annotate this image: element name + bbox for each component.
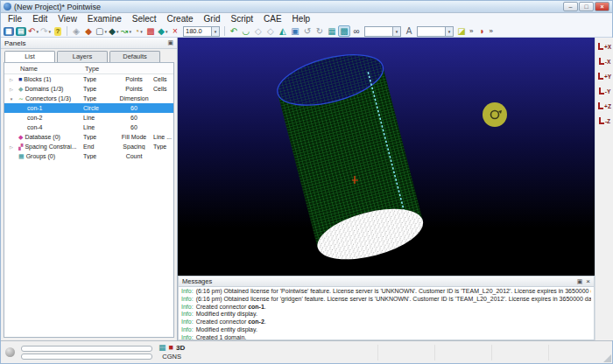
toolbar-overflow-button[interactable]: » xyxy=(487,27,494,35)
expand-collapsed-icon[interactable]: ▷ xyxy=(4,144,18,150)
toolbar-extrude-button[interactable]: ◭ xyxy=(277,25,289,37)
toolbar-spacing-2-combo[interactable]: ▾ xyxy=(417,26,454,37)
pin-icon[interactable]: ▣ xyxy=(167,39,173,46)
menu-cae[interactable]: CAE xyxy=(258,13,287,25)
tab-list[interactable]: List xyxy=(4,51,55,62)
menu-edit[interactable]: Edit xyxy=(27,13,53,25)
expand-collapsed-icon[interactable]: ▷ xyxy=(4,87,18,92)
toolbar-eraser-button[interactable]: ◪ xyxy=(455,25,468,37)
chevron-down-icon[interactable]: ▾ xyxy=(104,29,107,34)
toolbar-solve-button[interactable]: ◆▾ xyxy=(157,25,169,37)
toolbar-rotate-view-button[interactable]: ↺ xyxy=(301,25,314,37)
tree-row-con-2[interactable]: con-2Line60 xyxy=(4,113,173,122)
expand-collapsed-icon[interactable]: ▷ xyxy=(4,77,18,82)
toolbar-create-block-button[interactable]: ▢▾ xyxy=(95,25,108,37)
tree-row-blocks-1[interactable]: ▷■Blocks (1)TypePointsCells xyxy=(4,74,173,84)
view-x-button[interactable]: +X xyxy=(596,39,613,53)
messages-header[interactable]: Messages ▣ × xyxy=(178,276,595,287)
toolbar-redo-button[interactable]: ↷▾ xyxy=(39,25,52,37)
toolbar-angle-combo[interactable]: 180.0▾ xyxy=(183,26,220,37)
toolbar-save-button[interactable]: ▦ xyxy=(3,25,15,37)
status-bar: ▦ ■ 3D CGNS xyxy=(1,340,612,363)
toolbar-create-curve-button[interactable]: ◔▾ xyxy=(132,25,144,37)
tree-row-con-1[interactable]: con-1Circle60 xyxy=(4,103,173,113)
view-z-button[interactable]: +Z xyxy=(596,99,613,113)
minimize-button[interactable]: – xyxy=(563,2,578,11)
toolbar-examine-button[interactable]: ◑ xyxy=(475,25,487,37)
message-text: Modified entity display. xyxy=(196,311,257,317)
toolbar-spin-view-button[interactable]: ↻ xyxy=(314,25,326,37)
toolbar-create-domain-button[interactable]: ◆▾ xyxy=(108,25,120,37)
toolbar-spacing-1-combo[interactable]: ▾ xyxy=(364,26,401,37)
chevron-down-icon[interactable]: ▾ xyxy=(211,27,219,36)
toolbar-assemble-block-button[interactable]: ◇ xyxy=(264,25,277,37)
toolbar-spline-button[interactable]: ↶ xyxy=(228,25,240,37)
toolbar-project-button[interactable]: ▣ xyxy=(289,25,301,37)
menu-grid[interactable]: Grid xyxy=(199,13,226,25)
chevron-down-icon[interactable]: ▾ xyxy=(140,29,143,34)
panels-sidebar: Panels ▣ ListLayersDefaults Name Type ▷■… xyxy=(1,38,178,340)
tree-row-spacing-constrai[interactable]: ▷▞Spacing Constrai...EndSpacingType xyxy=(4,142,173,151)
menu-view[interactable]: View xyxy=(53,13,82,25)
spin-view-icon: ↻ xyxy=(316,26,323,37)
resize-grip[interactable] xyxy=(603,354,611,362)
dock-pin-icon[interactable]: ▣ xyxy=(577,278,583,285)
chevron-down-icon[interactable]: ▾ xyxy=(129,29,131,34)
toolbar-create-connector-button[interactable]: ↝▾ xyxy=(120,25,132,37)
view-y-button[interactable]: -Y xyxy=(596,84,613,98)
toolbar-help-button[interactable]: ? xyxy=(52,25,64,37)
message-line: Info:(6:16 pm) Obtained license for 'Poi… xyxy=(181,288,591,296)
tree-item-name: ∼Connectors (1/3) xyxy=(18,95,83,102)
toolbar-orient-button[interactable]: × xyxy=(169,25,181,37)
expand-expanded-icon[interactable]: ▾ xyxy=(4,96,18,102)
tree-item-name: con-2 xyxy=(18,115,83,121)
tree-item-name: ■Blocks (1) xyxy=(18,76,83,82)
menu-script[interactable]: Script xyxy=(225,13,258,25)
examine-icon: ◑ xyxy=(478,26,483,37)
toolbar-display-attributes-button[interactable]: ▩ xyxy=(144,25,157,37)
toolbar-annotate-button[interactable]: A xyxy=(403,25,415,37)
chevron-down-icon[interactable]: ▾ xyxy=(36,29,39,34)
tree-row-groups-0[interactable]: ▦Groups (0)TypeCount xyxy=(4,151,173,161)
toolbar-link-button[interactable]: ∞ xyxy=(350,25,363,37)
title-bar[interactable]: (New Project)* Pointwise –□× xyxy=(1,1,612,13)
close-icon[interactable]: × xyxy=(586,278,590,285)
chevron-down-icon[interactable]: ▾ xyxy=(116,29,119,34)
tree-row-domains-1-3[interactable]: ▷◆Domains (1/3)TypePointsCells xyxy=(4,84,173,94)
toolbar-zoom-fit-button[interactable]: ◈ xyxy=(70,25,82,37)
message-level: Info: xyxy=(181,296,194,302)
tree-row-connectors-1-3[interactable]: ▾∼Connectors (1/3)TypeDimension xyxy=(4,94,173,103)
axis-label: +X xyxy=(604,44,611,50)
maximize-button[interactable]: □ xyxy=(579,2,594,11)
toolbar-arc-button[interactable]: ◡ xyxy=(240,25,252,37)
menu-file[interactable]: File xyxy=(3,13,27,25)
tab-layers[interactable]: Layers xyxy=(57,51,108,62)
chevron-down-icon[interactable]: ▾ xyxy=(166,29,168,34)
tree-row-con-4[interactable]: con-4Line60 xyxy=(4,122,173,132)
tree-row-database-0[interactable]: ◆Database (0)TypeFill ModeLine ... xyxy=(4,132,173,142)
toolbar-assemble-domain-button[interactable]: ◇ xyxy=(252,25,264,37)
menu-select[interactable]: Select xyxy=(127,13,162,25)
display-viewport[interactable] xyxy=(178,38,595,276)
toolbar-unstructured-grid-button[interactable]: ▩ xyxy=(338,25,350,37)
chevron-down-icon[interactable]: ▾ xyxy=(48,29,51,34)
toolbar-overflow-button[interactable]: » xyxy=(468,27,475,35)
menu-create[interactable]: Create xyxy=(162,13,199,25)
chevron-down-icon[interactable]: ▾ xyxy=(392,27,400,36)
close-button[interactable]: × xyxy=(595,2,609,11)
menu-help[interactable]: Help xyxy=(287,13,316,25)
messages-log[interactable]: Info:(6:16 pm) Obtained license for 'Poi… xyxy=(178,287,595,340)
view-y-button[interactable]: +Y xyxy=(596,69,613,83)
view-z-button[interactable]: -Z xyxy=(596,114,613,128)
chevron-down-icon[interactable]: ▾ xyxy=(445,27,453,36)
toolbar-structured-grid-button[interactable]: ▦ xyxy=(326,25,338,37)
tab-defaults[interactable]: Defaults xyxy=(109,51,160,62)
viewport-canvas[interactable] xyxy=(178,38,595,276)
toolbar-paintbrush-button[interactable]: ◆ xyxy=(82,25,95,37)
menu-examine[interactable]: Examine xyxy=(82,13,127,25)
toolbar-undo-button[interactable]: ↶▾ xyxy=(27,25,39,37)
view-x-button[interactable]: -X xyxy=(596,54,613,68)
tree-header[interactable]: Name Type xyxy=(4,63,173,74)
panel-tabs: ListLayersDefaults xyxy=(1,49,177,62)
toolbar-open-button[interactable]: ▤ xyxy=(15,25,27,37)
